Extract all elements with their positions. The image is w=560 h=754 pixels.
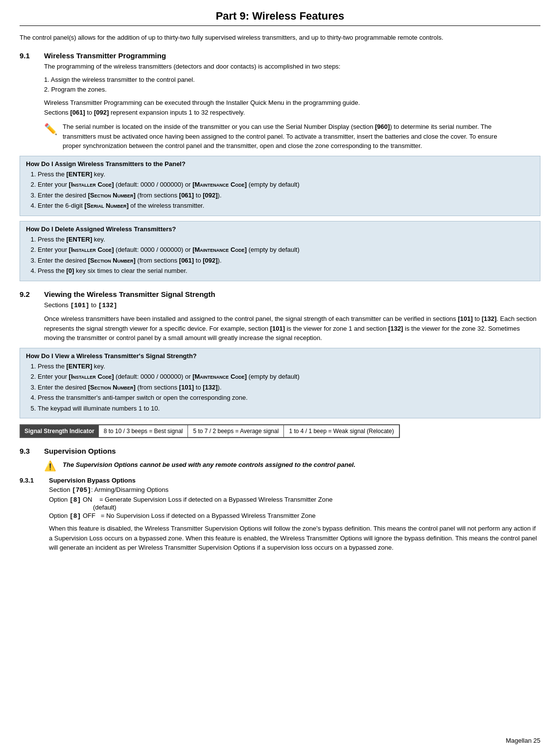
view-step-3: Enter the desired [Section Number] (from… (38, 383, 534, 392)
section-9-2-number: 9.2 (20, 290, 44, 298)
delete-step-4: Press the [0] key six times to clear the… (38, 266, 534, 276)
section-9-3-title: Supervision Options (44, 447, 116, 455)
assign-step-3: Enter the desired [Section Number] (from… (38, 191, 534, 200)
signal-cell-best: 8 to 10 / 3 beeps = Best signal (98, 425, 188, 437)
note-box-9-1: ✏️ The serial number is located on the i… (44, 122, 516, 151)
warning-text-9-3: The Supervision Options cannot be used w… (63, 460, 355, 470)
warning-box-9-3: ⚠️ The Supervision Options cannot be use… (44, 460, 516, 472)
step-1: 1. Assign the wireless transmitter to th… (44, 75, 540, 85)
view-step-2: Enter your [Installer Code] (default: 00… (38, 372, 534, 382)
delete-box-steps: Press the [ENTER] key. Enter your [Insta… (38, 235, 534, 276)
option-8-off: Option [8] OFF = No Supervision Loss if … (49, 512, 540, 520)
subsection-9-3-1-number: 9.3.1 (20, 477, 49, 484)
assign-box-steps: Press the [ENTER] key. Enter your [Insta… (38, 170, 534, 211)
delete-box-title: How Do I Delete Assigned Wireless Transm… (26, 225, 534, 233)
page-title: Part 9: Wireless Features (20, 10, 540, 26)
section-9-2-para1: Once wireless transmitters have been ins… (44, 314, 540, 343)
delete-box: How Do I Delete Assigned Wireless Transm… (20, 221, 540, 281)
signal-cell-weak: 1 to 4 / 1 beep = Weak signal (Relocate) (283, 425, 398, 437)
delete-step-3: Enter the desired [Section Number] (from… (38, 256, 534, 266)
assign-box-title: How Do I Assign Wireless Transmitters to… (26, 160, 534, 168)
intro-text: The control panel(s) allows for the addi… (20, 33, 540, 43)
assign-step-4: Enter the 6-digit [Serial Number] of the… (38, 201, 534, 211)
delete-step-2: Enter your [Installer Code] (default: 00… (38, 245, 534, 255)
option-8-on: Option [8] ON = Generate Supervision Los… (49, 496, 540, 511)
section-9-1-header: 9.1 Wireless Transmitter Programming (20, 51, 540, 60)
warning-icon: ⚠️ (44, 460, 58, 472)
delete-step-1: Press the [ENTER] key. (38, 235, 534, 244)
section-9-1-number: 9.1 (20, 51, 44, 60)
view-signal-steps: Press the [ENTER] key. Enter your [Insta… (38, 362, 534, 413)
view-step-1: Press the [ENTER] key. (38, 362, 534, 371)
view-step-4: Press the transmitter's anti-tamper swit… (38, 393, 534, 403)
section-9-1-para1: Wireless Transmitter Programming can be … (44, 98, 540, 117)
section-9-1-title: Wireless Transmitter Programming (44, 51, 166, 60)
section-9-1-steps: 1. Assign the wireless transmitter to th… (44, 75, 540, 94)
signal-cell-average: 5 to 7 / 2 beeps = Average signal (187, 425, 283, 437)
section-9-2-title: Viewing the Wireless Transmitter Signal … (44, 290, 215, 298)
section-9-1-subtitle: The programming of the wireless transmit… (44, 62, 540, 72)
assign-box: How Do I Assign Wireless Transmitters to… (20, 156, 540, 216)
section-9-3-header: 9.3 Supervision Options (20, 447, 540, 455)
note-text-9-1: The serial number is located on the insi… (63, 122, 516, 151)
page-footer: Magellan 25 (506, 737, 540, 744)
subsection-9-3-1-para: When this feature is disabled, the Wirel… (49, 524, 540, 553)
view-signal-box: How Do I View a Wireless Transmitter's S… (20, 348, 540, 419)
subsection-9-3-1-title: Supervision Bypass Options (49, 477, 136, 484)
signal-table-label: Signal Strength Indicator (21, 425, 98, 437)
assign-step-1: Press the [ENTER] key. (38, 170, 534, 179)
signal-strength-table: Signal Strength Indicator 8 to 10 / 3 be… (20, 424, 400, 438)
section-9-2-header: 9.2 Viewing the Wireless Transmitter Sig… (20, 290, 540, 298)
subsection-9-3-1-body: Section [705]: Arming/Disarming Options … (49, 486, 540, 553)
note-icon: ✏️ (44, 123, 58, 136)
view-step-5: The keypad will illuminate numbers 1 to … (38, 404, 534, 413)
subsection-9-3-1-header: 9.3.1 Supervision Bypass Options (20, 477, 540, 484)
step-2: 2. Program the zones. (44, 85, 540, 95)
view-signal-box-title: How Do I View a Wireless Transmitter's S… (26, 352, 534, 360)
section-9-2-range: Sections [101] to [132] (44, 300, 540, 311)
section-9-3-number: 9.3 (20, 447, 44, 455)
section-ref: Section [705]: Arming/Disarming Options (49, 486, 540, 494)
assign-step-2: Enter your [Installer Code] (default: 00… (38, 180, 534, 190)
